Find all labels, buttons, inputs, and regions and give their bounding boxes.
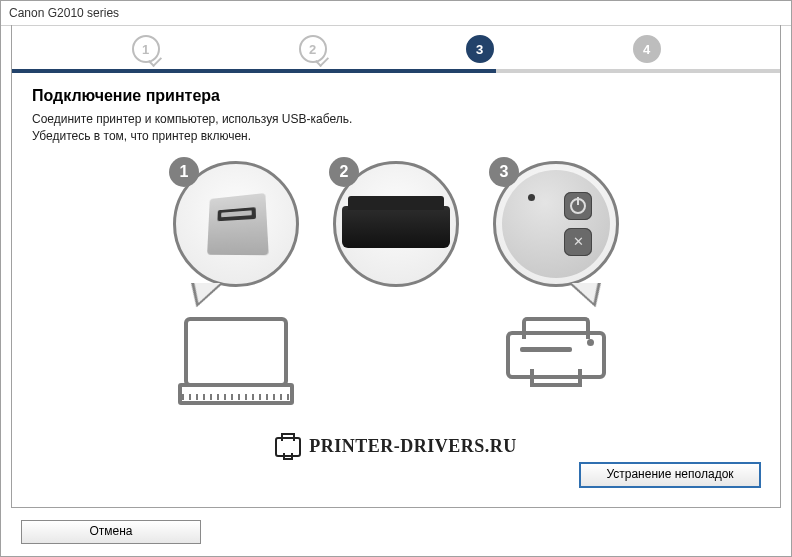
- content-area: 1 2 3 4 Подключение принтера Соедините п…: [1, 26, 791, 556]
- progress-bar: [12, 69, 780, 73]
- laptop-icon: [184, 317, 288, 387]
- progress-fill: [12, 69, 496, 73]
- troubleshoot-button[interactable]: Устранение неполадок: [580, 463, 760, 487]
- badge-3: 3: [489, 157, 519, 187]
- installer-window: Canon G2010 series 1 2 3 4 Подключение п…: [0, 0, 792, 557]
- window-title: Canon G2010 series: [9, 6, 119, 20]
- watermark: PRINTER-DRIVERS.RU: [32, 436, 760, 457]
- printer-icon: [506, 317, 606, 383]
- watermark-printer-icon: [275, 437, 301, 457]
- body-area: Подключение принтера Соедините принтер и…: [12, 73, 780, 507]
- step-2: 2: [299, 35, 327, 63]
- page-description: Соедините принтер и компьютер, используя…: [32, 111, 760, 145]
- watermark-text: PRINTER-DRIVERS.RU: [309, 436, 517, 457]
- illustration-row: 1 2: [32, 161, 760, 438]
- step-4: 4: [633, 35, 661, 63]
- illus-power-column: 3 ✕: [476, 161, 636, 383]
- illus-printer-column: 2: [316, 161, 476, 407]
- badge-2: 2: [329, 157, 359, 187]
- desc-line-1: Соедините принтер и компьютер, используя…: [32, 112, 352, 126]
- stop-button-icon: ✕: [564, 228, 592, 256]
- step-3: 3: [466, 35, 494, 63]
- desc-line-2: Убедитесь в том, что принтер включен.: [32, 129, 251, 143]
- cancel-button[interactable]: Отмена: [21, 520, 201, 544]
- footer: Отмена: [11, 508, 781, 556]
- main-panel: 1 2 3 4 Подключение принтера Соедините п…: [11, 25, 781, 508]
- step-1: 1: [132, 35, 160, 63]
- page-title: Подключение принтера: [32, 87, 760, 105]
- step-indicator: 1 2 3 4: [12, 25, 780, 69]
- power-button-icon: [564, 192, 592, 220]
- illus-usb-column: 1: [156, 161, 316, 387]
- title-bar: Canon G2010 series: [1, 1, 791, 26]
- badge-1: 1: [169, 157, 199, 187]
- status-led-icon: [528, 194, 535, 201]
